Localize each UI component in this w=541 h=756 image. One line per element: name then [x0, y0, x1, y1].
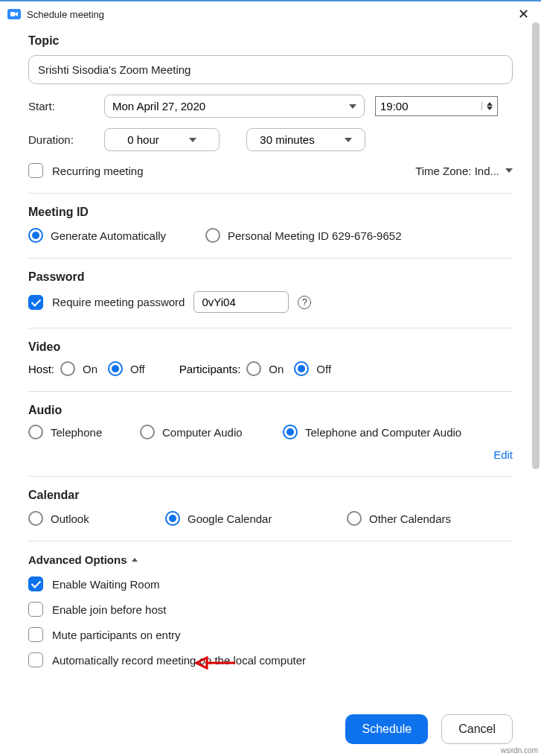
participants-on-label: On [269, 363, 284, 375]
record-label: Automatically record meeting on the loca… [52, 654, 306, 667]
duration-hours-value: 0 hour [127, 133, 159, 146]
start-row: Start: Mon April 27, 2020 19:00 [28, 95, 513, 118]
audio-edit-link[interactable]: Edit [28, 448, 513, 461]
participants-off-label: Off [316, 363, 331, 375]
calendar-title: Calendar [28, 489, 513, 502]
calendar-outlook-radio[interactable] [28, 511, 43, 526]
svg-rect-0 [10, 12, 15, 16]
waiting-room-label: Enable Waiting Room [52, 578, 160, 591]
watermark: wsxdn.com [501, 746, 538, 755]
start-label: Start: [28, 100, 104, 112]
meeting-id-title: Meeting ID [28, 206, 513, 219]
chevron-down-icon [505, 168, 513, 173]
arrow-annotation-icon [195, 655, 237, 670]
advanced-options-toggle[interactable]: Advanced Options [28, 553, 513, 566]
join-before-row: Enable join before host [28, 602, 513, 617]
password-row: Require meeting password ? [28, 291, 513, 313]
titlebar: Schedule meeting ✕ [0, 0, 541, 27]
divider [28, 258, 513, 258]
svg-marker-2 [196, 658, 207, 668]
audio-both-radio[interactable] [283, 425, 298, 439]
calendar-row: Outlook Google Calendar Other Calendars [28, 511, 513, 526]
scrollbar[interactable] [532, 22, 540, 469]
waiting-room-row: Enable Waiting Room [28, 576, 513, 591]
duration-hours-dropdown[interactable]: 0 hour [104, 128, 220, 151]
recurring-row: Recurring meeting Time Zone: Ind... [28, 163, 513, 178]
mute-label: Mute participants on entry [52, 629, 181, 641]
calendar-other-radio[interactable] [347, 511, 362, 526]
audio-computer-radio[interactable] [140, 425, 155, 439]
recurring-label: Recurring meeting [52, 165, 144, 177]
meeting-id-auto-radio[interactable] [28, 228, 43, 243]
duration-label: Duration: [28, 133, 104, 146]
video-participants-label: Participants: [179, 363, 241, 375]
meeting-id-personal-label: Personal Meeting ID 629-676-9652 [228, 229, 401, 242]
participants-off-radio[interactable] [294, 361, 309, 376]
join-before-checkbox[interactable] [28, 602, 43, 617]
audio-title: Audio [28, 404, 513, 417]
advanced-options-label: Advanced Options [28, 553, 127, 566]
audio-telephone-radio[interactable] [28, 425, 43, 439]
calendar-google-radio[interactable] [165, 511, 180, 526]
help-icon[interactable]: ? [298, 296, 311, 309]
duration-minutes-value: 30 minutes [260, 133, 314, 146]
audio-row: Telephone Computer Audio Telephone and C… [28, 425, 513, 439]
divider [28, 193, 513, 194]
waiting-room-checkbox[interactable] [28, 576, 43, 591]
video-row: Host: On Off Participants: On Off [28, 361, 513, 376]
host-on-radio[interactable] [60, 361, 75, 376]
topic-label: Topic [28, 34, 513, 48]
participants-on-radio[interactable] [246, 361, 261, 376]
close-icon[interactable]: ✕ [513, 6, 534, 22]
recurring-checkbox[interactable] [28, 163, 43, 178]
video-host-label: Host: [28, 363, 54, 375]
spinner-arrows-icon [481, 102, 493, 110]
meeting-id-options: Generate Automatically Personal Meeting … [28, 228, 513, 243]
host-off-radio[interactable] [108, 361, 123, 376]
meeting-id-personal-radio[interactable] [205, 228, 220, 243]
footer: Schedule Cancel [345, 714, 513, 744]
schedule-button[interactable]: Schedule [345, 714, 428, 744]
require-password-checkbox[interactable] [28, 295, 43, 310]
calendar-other-label: Other Calendars [369, 512, 451, 525]
cancel-button[interactable]: Cancel [441, 714, 513, 744]
host-on-label: On [83, 363, 97, 375]
host-off-label: Off [130, 363, 145, 375]
window-title: Schedule meeting [27, 9, 513, 20]
start-time-spinner[interactable]: 19:00 [375, 96, 498, 116]
calendar-google-label: Google Calendar [188, 512, 272, 525]
record-row: Automatically record meeting on the loca… [28, 652, 513, 667]
video-title: Video [28, 340, 513, 354]
meeting-id-auto-label: Generate Automatically [51, 229, 166, 242]
duration-minutes-dropdown[interactable]: 30 minutes [246, 128, 365, 151]
record-checkbox[interactable] [28, 652, 43, 667]
divider [28, 328, 513, 328]
audio-both-label: Telephone and Computer Audio [305, 426, 461, 439]
chevron-down-icon [189, 138, 196, 142]
calendar-outlook-label: Outlook [51, 512, 89, 525]
start-date-dropdown[interactable]: Mon April 27, 2020 [104, 95, 365, 118]
duration-row: Duration: 0 hour 30 minutes [28, 128, 513, 151]
divider [28, 476, 513, 477]
start-time-value: 19:00 [380, 100, 409, 112]
chevron-down-icon [349, 104, 356, 109]
mute-checkbox[interactable] [28, 627, 43, 642]
start-date-value: Mon April 27, 2020 [112, 100, 205, 112]
timezone-dropdown[interactable]: Time Zone: Ind... [415, 165, 513, 177]
content: Topic Start: Mon April 27, 2020 19:00 Du… [0, 27, 541, 667]
zoom-icon [7, 9, 21, 19]
join-before-label: Enable join before host [52, 603, 166, 616]
require-password-label: Require meeting password [52, 296, 185, 308]
divider [28, 391, 513, 392]
chevron-up-icon [132, 558, 138, 562]
audio-telephone-label: Telephone [51, 426, 102, 439]
chevron-down-icon [345, 138, 352, 142]
topic-input[interactable] [28, 55, 513, 84]
audio-computer-label: Computer Audio [162, 426, 243, 439]
timezone-label: Time Zone: Ind... [415, 165, 499, 177]
mute-row: Mute participants on entry [28, 627, 513, 642]
divider [28, 541, 513, 541]
password-title: Password [28, 270, 513, 284]
password-input[interactable] [193, 291, 289, 313]
